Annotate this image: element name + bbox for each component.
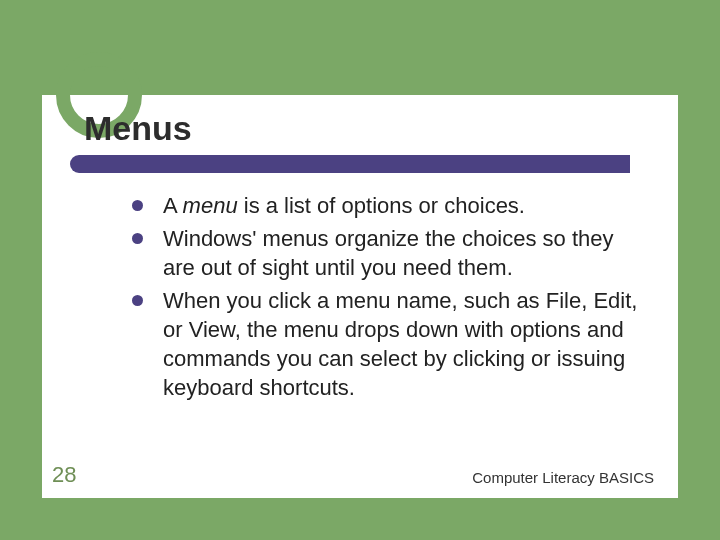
list-item: Windows' menus organize the choices so t… — [132, 224, 642, 282]
slide-card: Menus A menu is a list of options or cho… — [42, 95, 678, 498]
bullet-dot-icon — [132, 233, 143, 244]
bullet-text-em: menu — [183, 193, 238, 218]
footer-text: Computer Literacy BASICS — [472, 469, 654, 486]
bullet-text: A menu is a list of options or choices. — [163, 191, 525, 220]
title-underline — [70, 155, 630, 173]
bullet-text: When you click a menu name, such as File… — [163, 286, 642, 402]
bullet-dot-icon — [132, 295, 143, 306]
bullet-text: Windows' menus organize the choices so t… — [163, 224, 642, 282]
bullet-dot-icon — [132, 200, 143, 211]
bullet-text-prefix: A — [163, 193, 183, 218]
bullet-list: A menu is a list of options or choices. … — [132, 191, 642, 406]
slide-title: Menus — [84, 109, 192, 148]
bullet-text-rest: is a list of options or choices. — [238, 193, 525, 218]
page-number: 28 — [52, 462, 76, 488]
list-item: When you click a menu name, such as File… — [132, 286, 642, 402]
list-item: A menu is a list of options or choices. — [132, 191, 642, 220]
